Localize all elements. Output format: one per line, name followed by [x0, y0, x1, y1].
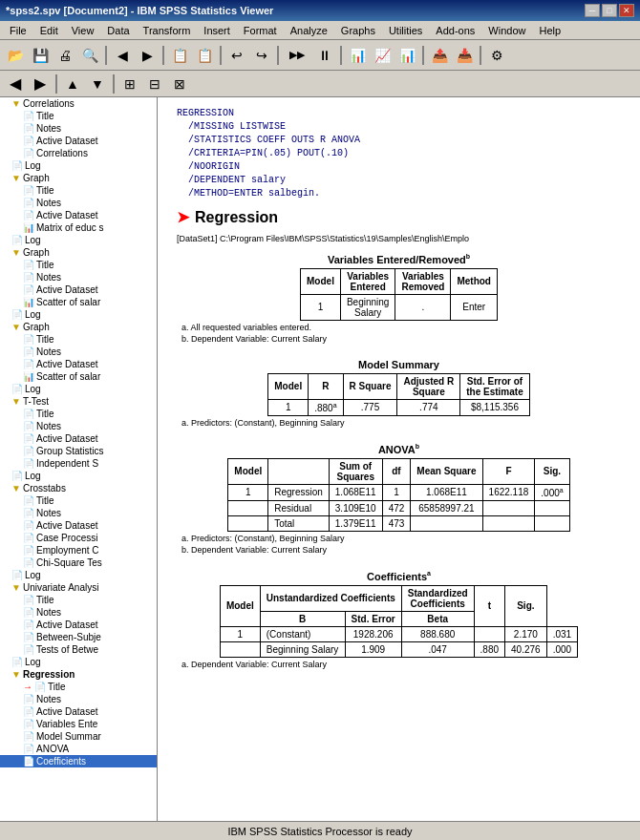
tree-item-notes-4[interactable]: 📄 Notes	[0, 346, 157, 358]
undo-button[interactable]: ↩	[225, 44, 248, 67]
tree-item-title-2[interactable]: 📄 Title	[0, 184, 157, 197]
tree-item-matrix[interactable]: 📊 Matrix of educ s	[0, 221, 157, 234]
chart2-button[interactable]: 📈	[371, 44, 394, 67]
save-button[interactable]: 💾	[29, 44, 52, 67]
nav-up-button[interactable]: ▲	[61, 73, 84, 95]
tree-item-group-stats[interactable]: 📄 Group Statistics	[0, 445, 157, 457]
chart1-button[interactable]: 📊	[346, 44, 369, 67]
tree-item-log-1[interactable]: 📄 Log	[0, 159, 157, 172]
tree-item-graph-2[interactable]: ▼ Graph	[0, 246, 157, 259]
tree-item-variables-entered[interactable]: 📄 Variables Ente	[0, 718, 157, 730]
print-button[interactable]: 🖨	[53, 44, 76, 67]
menu-window[interactable]: Window	[482, 24, 531, 37]
menu-transform[interactable]: Transform	[138, 24, 197, 37]
menu-data[interactable]: Data	[101, 24, 135, 37]
tree-item-notes-6[interactable]: 📄 Notes	[0, 507, 157, 519]
menu-insert[interactable]: Insert	[198, 24, 236, 37]
tree-item-model-summary[interactable]: 📄 Model Summar	[0, 730, 157, 743]
nav-back-button[interactable]: ◀	[4, 73, 27, 95]
open-button[interactable]: 📂	[4, 44, 27, 67]
tree-item-ttest[interactable]: ▼ T-Test	[0, 395, 157, 408]
menu-format[interactable]: Format	[238, 24, 283, 37]
view1-button[interactable]: ⊞	[118, 73, 141, 95]
tree-label: Active Dataset	[36, 284, 97, 295]
cell-name: Beginning Salary	[260, 641, 345, 657]
tree-item-title-6[interactable]: 📄 Title	[0, 494, 157, 507]
content-panel[interactable]: REGRESSION /MISSING LISTWISE /STATISTICS…	[158, 97, 640, 821]
tree-item-notes-2[interactable]: 📄 Notes	[0, 197, 157, 209]
tree-item-active-dataset-3[interactable]: 📄 Active Dataset	[0, 284, 157, 296]
tree-item-notes-3[interactable]: 📄 Notes	[0, 271, 157, 284]
menu-view[interactable]: View	[66, 24, 100, 37]
settings-button[interactable]: ⚙	[485, 44, 508, 67]
find-button[interactable]: 🔍	[78, 44, 101, 67]
back-button[interactable]: ◀	[111, 44, 134, 67]
menu-file[interactable]: File	[4, 24, 32, 37]
tree-item-active-dataset-2[interactable]: 📄 Active Dataset	[0, 209, 157, 221]
tree-item-active-dataset-4[interactable]: 📄 Active Dataset	[0, 358, 157, 370]
forward-button[interactable]: ▶	[136, 44, 159, 67]
tree-item-log-6[interactable]: 📄 Log	[0, 569, 157, 581]
view3-button[interactable]: ⊠	[168, 73, 191, 95]
tree-item-correlations-table[interactable]: 📄 Correlations	[0, 147, 157, 159]
tree-item-coefficients[interactable]: 📄 Coefficients	[0, 755, 157, 767]
tree-item-log-5[interactable]: 📄 Log	[0, 470, 157, 482]
tree-item-log-7[interactable]: 📄 Log	[0, 656, 157, 668]
tree-item-case-processing[interactable]: 📄 Case Processi	[0, 532, 157, 544]
tree-item-title-1[interactable]: 📄 Title	[0, 110, 157, 122]
minimize-button[interactable]: ─	[585, 4, 600, 17]
stop-button[interactable]: ⏸	[313, 44, 336, 67]
tree-item-scatter-2[interactable]: 📊 Scatter of salar	[0, 370, 157, 383]
outline-panel[interactable]: ▼ Correlations 📄 Title 📄 Notes 📄 Active …	[0, 97, 158, 821]
tree-item-notes-1[interactable]: 📄 Notes	[0, 122, 157, 135]
menu-help[interactable]: Help	[533, 24, 566, 37]
tree-item-crosstabs[interactable]: ▼ Crosstabs	[0, 482, 157, 494]
tree-item-regression-active[interactable]: 📄 Active Dataset	[0, 705, 157, 718]
tree-item-notes-7[interactable]: 📄 Notes	[0, 606, 157, 619]
menu-edit[interactable]: Edit	[34, 24, 64, 37]
menu-analyze[interactable]: Analyze	[285, 24, 333, 37]
tree-item-notes-5[interactable]: 📄 Notes	[0, 420, 157, 432]
close-button[interactable]: ✕	[619, 4, 634, 17]
export2-button[interactable]: 📥	[453, 44, 476, 67]
nav-forward-button[interactable]: ▶	[29, 73, 52, 95]
tree-item-correlations-group[interactable]: ▼ Correlations	[0, 97, 157, 110]
menu-utilities[interactable]: Utilities	[383, 24, 428, 37]
tree-item-title-3[interactable]: 📄 Title	[0, 259, 157, 271]
doc-icon: 📄	[23, 533, 34, 543]
menu-addons[interactable]: Add-ons	[430, 24, 480, 37]
tree-item-log-3[interactable]: 📄 Log	[0, 308, 157, 321]
tree-item-title-7[interactable]: 📄 Title	[0, 594, 157, 606]
paste2-button[interactable]: 📋	[193, 44, 216, 67]
paste-button[interactable]: 📋	[168, 44, 191, 67]
tree-item-active-dataset-6[interactable]: 📄 Active Dataset	[0, 519, 157, 532]
tree-item-log-4[interactable]: 📄 Log	[0, 383, 157, 395]
tree-item-scatter-1[interactable]: 📊 Scatter of salar	[0, 296, 157, 308]
export1-button[interactable]: 📤	[428, 44, 451, 67]
tree-item-univariate[interactable]: ▼ Univariate Analysi	[0, 581, 157, 594]
tree-item-active-dataset-5[interactable]: 📄 Active Dataset	[0, 432, 157, 445]
goto-button[interactable]: ▶▶	[283, 44, 311, 67]
redo-button[interactable]: ↪	[250, 44, 273, 67]
tree-item-regression-title[interactable]: → 📄 Title	[0, 681, 157, 693]
menu-graphs[interactable]: Graphs	[335, 24, 381, 37]
tree-item-graph-3[interactable]: ▼ Graph	[0, 321, 157, 333]
tree-item-active-dataset-1[interactable]: 📄 Active Dataset	[0, 135, 157, 147]
maximize-button[interactable]: □	[602, 4, 617, 17]
tree-item-log-2[interactable]: 📄 Log	[0, 234, 157, 246]
tree-item-regression-notes[interactable]: 📄 Notes	[0, 693, 157, 705]
tree-item-chi-square[interactable]: 📄 Chi-Square Tes	[0, 556, 157, 569]
tree-item-tests-between[interactable]: 📄 Tests of Betwe	[0, 643, 157, 656]
tree-item-regression[interactable]: ▼ Regression	[0, 668, 157, 681]
tree-item-anova[interactable]: 📄 ANOVA	[0, 743, 157, 755]
tree-item-active-dataset-7[interactable]: 📄 Active Dataset	[0, 619, 157, 631]
tree-item-title-4[interactable]: 📄 Title	[0, 333, 157, 346]
tree-item-title-5[interactable]: 📄 Title	[0, 408, 157, 420]
view2-button[interactable]: ⊟	[143, 73, 166, 95]
tree-item-graph-1[interactable]: ▼ Graph	[0, 172, 157, 184]
tree-item-between-subjects[interactable]: 📄 Between-Subje	[0, 631, 157, 643]
tree-item-employment[interactable]: 📄 Employment C	[0, 544, 157, 556]
tree-item-independent[interactable]: 📄 Independent S	[0, 457, 157, 470]
chart3-button[interactable]: 📊	[395, 44, 418, 67]
nav-down-button[interactable]: ▼	[86, 73, 109, 95]
